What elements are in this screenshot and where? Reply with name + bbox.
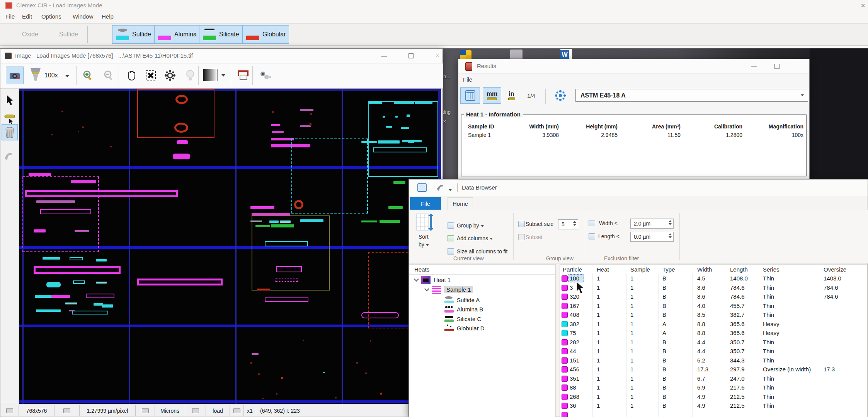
menu-edit[interactable]: Edit bbox=[22, 13, 32, 20]
subset-size-input[interactable]: 5 bbox=[558, 219, 578, 229]
cell-sample[interactable]: 1 bbox=[630, 375, 633, 382]
cell-particle[interactable]: 100 bbox=[570, 275, 579, 282]
cell-type[interactable]: B bbox=[662, 384, 666, 391]
spin-down-icon[interactable] bbox=[669, 236, 672, 238]
spin-up-icon[interactable] bbox=[669, 233, 672, 235]
column-header-particle[interactable]: Particle bbox=[563, 266, 582, 273]
class-button-sulfide[interactable]: Sulfide bbox=[112, 25, 155, 44]
results-file-menu[interactable]: File bbox=[463, 76, 472, 83]
column-header-oversize[interactable]: Oversize bbox=[824, 266, 846, 273]
menu-help[interactable]: Help bbox=[102, 13, 114, 20]
cell-width[interactable]: 8.8 bbox=[697, 330, 705, 336]
report-grid-button[interactable] bbox=[460, 87, 480, 104]
cell-series[interactable]: Thin bbox=[763, 393, 774, 400]
tree-item-alumina-b[interactable]: Alumina B bbox=[410, 304, 555, 314]
minimize-icon[interactable]: — bbox=[379, 53, 389, 60]
cell-type[interactable]: A bbox=[662, 330, 666, 336]
cell-sample[interactable]: 1 bbox=[630, 402, 633, 409]
cell-width[interactable]: 4.4 bbox=[697, 348, 705, 354]
cell-width[interactable]: 4.9 bbox=[697, 402, 705, 409]
cell-oversize[interactable]: 17.3 bbox=[824, 366, 835, 373]
class-button-alumina[interactable]: Alumina bbox=[154, 25, 200, 44]
close-icon[interactable]: × bbox=[432, 53, 443, 60]
cell-heat[interactable]: 1 bbox=[597, 375, 600, 382]
cell-particle[interactable]: 268 bbox=[570, 393, 579, 400]
size-all-columns-button[interactable]: Size all columns to fit bbox=[457, 248, 508, 255]
cell-length[interactable]: 365.6 bbox=[730, 330, 745, 336]
cell-length[interactable]: 344.3 bbox=[730, 357, 745, 364]
cell-heat[interactable]: 1 bbox=[597, 357, 600, 364]
cell-type[interactable]: B bbox=[662, 357, 666, 364]
cell-particle[interactable]: 75 bbox=[570, 330, 576, 336]
cell-particle[interactable]: 167 bbox=[570, 302, 579, 309]
toolbar-oxide-button[interactable]: Oxide bbox=[6, 25, 41, 44]
cell-series[interactable]: Heavy bbox=[763, 330, 779, 336]
cell-heat[interactable]: 1 bbox=[597, 330, 600, 336]
delete-tool-button[interactable] bbox=[2, 124, 18, 140]
add-columns-button[interactable]: Add columns bbox=[457, 235, 493, 241]
cell-series[interactable]: Thin bbox=[763, 293, 774, 300]
tab-file[interactable]: File bbox=[410, 197, 441, 210]
unit-mm-button[interactable]: mm bbox=[483, 87, 501, 104]
minimize-icon[interactable]: — bbox=[749, 63, 759, 70]
copy-settings-button[interactable] bbox=[256, 67, 274, 84]
cell-type[interactable]: B bbox=[662, 302, 666, 309]
group-by-button[interactable]: Group by bbox=[457, 222, 484, 229]
spin-down-icon[interactable] bbox=[573, 224, 576, 226]
cell-particle[interactable]: 151 bbox=[570, 357, 579, 364]
width-filter-input[interactable]: 2.0 µm bbox=[630, 219, 674, 229]
pan-tool-button[interactable] bbox=[123, 67, 140, 84]
cell-type[interactable]: B bbox=[662, 311, 666, 318]
spin-up-icon[interactable] bbox=[669, 220, 672, 222]
cell-sample[interactable]: 1 bbox=[630, 311, 633, 318]
chevron-down-icon[interactable] bbox=[414, 277, 419, 282]
cell-length[interactable]: 784.6 bbox=[730, 284, 745, 291]
measure-tool-button[interactable] bbox=[235, 67, 252, 84]
select-tool-button[interactable] bbox=[2, 92, 18, 109]
cell-particle[interactable]: 3 bbox=[570, 284, 573, 291]
cell-type[interactable]: B bbox=[662, 293, 666, 300]
sort-by-button[interactable]: Sort by bbox=[416, 214, 435, 257]
cell-type[interactable]: B bbox=[662, 284, 666, 291]
cell-sample[interactable]: 1 bbox=[630, 348, 633, 354]
length-filter-input[interactable]: 0.0 µm bbox=[630, 232, 674, 242]
column-header-width[interactable]: Width bbox=[697, 266, 712, 273]
cell-series[interactable]: Thin bbox=[763, 284, 774, 291]
cell-width[interactable]: 4.5 bbox=[697, 275, 705, 282]
cell-type[interactable]: A bbox=[662, 321, 666, 327]
spin-up-icon[interactable] bbox=[573, 221, 576, 223]
cell-sample[interactable]: 1 bbox=[630, 357, 633, 364]
menu-window[interactable]: Window bbox=[73, 13, 93, 20]
cell-heat[interactable]: 1 bbox=[597, 348, 600, 354]
cell-width[interactable]: 6.2 bbox=[697, 357, 705, 364]
zoom-in-button[interactable] bbox=[79, 67, 97, 84]
cell-series[interactable]: Thin bbox=[763, 402, 774, 409]
cell-width[interactable]: 4.9 bbox=[697, 393, 705, 400]
tree-item-sulfide-a[interactable]: Sulfide A bbox=[410, 295, 555, 305]
cell-series[interactable]: Thin bbox=[763, 311, 774, 318]
cell-heat[interactable]: 1 bbox=[597, 402, 600, 409]
cell-width[interactable]: 17.3 bbox=[697, 366, 708, 373]
cell-series[interactable]: Thin bbox=[763, 348, 774, 354]
cell-particle[interactable]: 88 bbox=[570, 384, 576, 391]
cell-sample[interactable]: 1 bbox=[630, 330, 633, 336]
cell-series[interactable]: Thin bbox=[763, 384, 774, 391]
cell-width[interactable]: 8.5 bbox=[697, 311, 705, 318]
cell-type[interactable]: B bbox=[662, 348, 666, 354]
cell-series[interactable]: Thin bbox=[763, 339, 774, 345]
cell-particle[interactable]: 351 bbox=[570, 375, 579, 382]
maximize-icon[interactable] bbox=[774, 64, 779, 69]
cell-sample[interactable]: 1 bbox=[630, 275, 633, 282]
toolbar-sulfide-button[interactable]: Sulfide bbox=[43, 25, 81, 44]
cell-particle[interactable]: 44 bbox=[570, 348, 576, 354]
cell-type[interactable]: B bbox=[662, 393, 666, 400]
cell-particle[interactable]: 456 bbox=[570, 366, 579, 373]
chevron-down-icon[interactable] bbox=[424, 286, 429, 291]
cell-heat[interactable]: 1 bbox=[597, 275, 600, 282]
cell-length[interactable]: 297.9 bbox=[730, 366, 745, 373]
chart-view-button[interactable] bbox=[92, 25, 110, 44]
cell-sample[interactable]: 1 bbox=[630, 302, 633, 309]
delete-region-button[interactable] bbox=[142, 67, 160, 84]
cell-width[interactable]: 8.8 bbox=[697, 321, 705, 327]
unit-in-button[interactable]: in bbox=[504, 87, 519, 104]
